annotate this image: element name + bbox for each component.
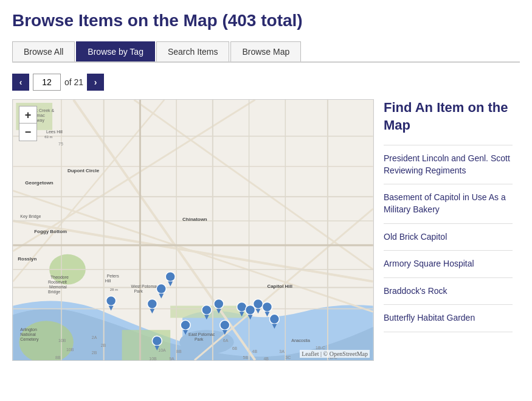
page-title: Browse Items on the Map (403 total) bbox=[12, 11, 520, 30]
svg-point-87 bbox=[181, 320, 190, 330]
svg-point-93 bbox=[220, 320, 230, 330]
map-svg: Rock Creek & Potomac Parkway Lees Hill 6… bbox=[13, 100, 373, 360]
svg-text:3C: 3C bbox=[285, 355, 291, 360]
svg-text:9A: 9A bbox=[169, 357, 174, 360]
svg-text:3A: 3A bbox=[279, 349, 285, 354]
svg-text:28 m: 28 m bbox=[110, 288, 118, 291]
zoom-in-button[interactable]: + bbox=[19, 106, 36, 124]
svg-point-81 bbox=[156, 284, 166, 294]
svg-point-89 bbox=[202, 305, 212, 315]
main-content: Rock Creek & Potomac Parkway Lees Hill 6… bbox=[12, 99, 520, 361]
page-wrapper: Browse Items on the Map (403 total) Brow… bbox=[0, 0, 532, 372]
svg-text:5B: 5B bbox=[243, 355, 249, 360]
svg-text:2B: 2B bbox=[101, 343, 106, 347]
svg-text:8B: 8B bbox=[176, 349, 182, 354]
svg-text:4B: 4B bbox=[263, 357, 269, 360]
svg-text:Peters: Peters bbox=[107, 274, 120, 278]
svg-text:Key Bridge: Key Bridge bbox=[20, 214, 41, 219]
svg-point-99 bbox=[254, 299, 263, 309]
pagination-bar: ‹ of 21 › bbox=[12, 74, 520, 91]
svg-text:Memorial: Memorial bbox=[49, 285, 67, 289]
svg-text:10A: 10A bbox=[158, 348, 166, 352]
list-item[interactable]: Braddock's Rock bbox=[384, 278, 513, 305]
svg-text:Cemetery: Cemetery bbox=[20, 337, 39, 342]
svg-text:63 m: 63 m bbox=[44, 135, 52, 139]
map-attribution: Leaflet | © OpenStreetMap bbox=[300, 350, 370, 358]
svg-text:Anacostia: Anacostia bbox=[291, 338, 310, 343]
zoom-out-button[interactable]: − bbox=[19, 124, 36, 141]
svg-text:75: 75 bbox=[58, 142, 63, 146]
svg-text:8B: 8B bbox=[55, 355, 61, 360]
svg-text:Lees Hill: Lees Hill bbox=[46, 130, 63, 134]
tab-browse-by-tag[interactable]: Browse by Tag bbox=[76, 41, 155, 61]
svg-point-91 bbox=[214, 299, 224, 309]
svg-text:Chinatown: Chinatown bbox=[182, 217, 207, 222]
svg-text:East Potomac: East Potomac bbox=[188, 332, 215, 336]
tab-search-items[interactable]: Search Items bbox=[156, 41, 229, 61]
svg-point-101 bbox=[262, 302, 272, 312]
tab-bar: Browse All Browse by Tag Search Items Br… bbox=[12, 41, 520, 63]
list-item[interactable]: Old Brick Capitol bbox=[384, 224, 513, 251]
svg-text:10B: 10B bbox=[58, 338, 66, 343]
page-of-label: of 21 bbox=[64, 77, 83, 87]
page-number-input[interactable] bbox=[33, 74, 61, 91]
tab-browse-all[interactable]: Browse All bbox=[12, 41, 75, 61]
svg-text:Georgetown: Georgetown bbox=[25, 180, 54, 186]
prev-page-button[interactable]: ‹ bbox=[12, 74, 29, 91]
svg-text:Park: Park bbox=[134, 289, 143, 293]
tab-browse-map[interactable]: Browse Map bbox=[230, 41, 301, 61]
svg-text:10B: 10B bbox=[149, 357, 157, 360]
svg-point-83 bbox=[165, 272, 175, 282]
svg-point-105 bbox=[152, 336, 162, 346]
list-item[interactable]: President Lincoln and Genl. Scott Review… bbox=[384, 145, 513, 184]
list-item[interactable]: Armory Square Hospital bbox=[384, 251, 513, 278]
sidebar-title: Find An Item on the Map bbox=[384, 99, 513, 134]
svg-text:4B: 4B bbox=[252, 349, 258, 354]
svg-text:National: National bbox=[20, 332, 36, 336]
svg-point-79 bbox=[106, 296, 116, 305]
map-container[interactable]: Rock Creek & Potomac Parkway Lees Hill 6… bbox=[12, 99, 374, 361]
svg-text:Foggy Bottom: Foggy Bottom bbox=[34, 229, 67, 234]
svg-text:6B: 6B bbox=[232, 346, 238, 350]
svg-rect-4 bbox=[122, 330, 171, 360]
svg-text:Roosevelt: Roosevelt bbox=[48, 280, 67, 284]
list-item[interactable]: Basement of Capitol in Use As a Military… bbox=[384, 184, 513, 223]
svg-text:Hill: Hill bbox=[105, 279, 111, 283]
svg-text:Park: Park bbox=[195, 337, 204, 341]
next-page-button[interactable]: › bbox=[87, 74, 104, 91]
list-item[interactable]: Butterfly Habitat Garden bbox=[384, 305, 513, 332]
sidebar: Find An Item on the Map President Lincol… bbox=[374, 99, 520, 361]
svg-point-85 bbox=[147, 299, 157, 309]
svg-text:Capitol Hill: Capitol Hill bbox=[267, 284, 292, 289]
svg-point-103 bbox=[269, 314, 279, 324]
svg-text:Theodore: Theodore bbox=[50, 275, 69, 279]
svg-text:West Potomac: West Potomac bbox=[131, 284, 159, 288]
svg-text:Arlington: Arlington bbox=[20, 327, 37, 332]
svg-text:6A: 6A bbox=[223, 338, 229, 343]
svg-text:Dupont Circle: Dupont Circle bbox=[67, 168, 100, 173]
svg-text:Rosslyn: Rosslyn bbox=[18, 256, 36, 262]
svg-text:2B: 2B bbox=[92, 350, 97, 355]
map-zoom-controls: + − bbox=[19, 106, 37, 141]
svg-text:10B: 10B bbox=[66, 347, 74, 352]
svg-text:Bridge: Bridge bbox=[48, 290, 60, 295]
svg-text:2A: 2A bbox=[92, 335, 97, 340]
